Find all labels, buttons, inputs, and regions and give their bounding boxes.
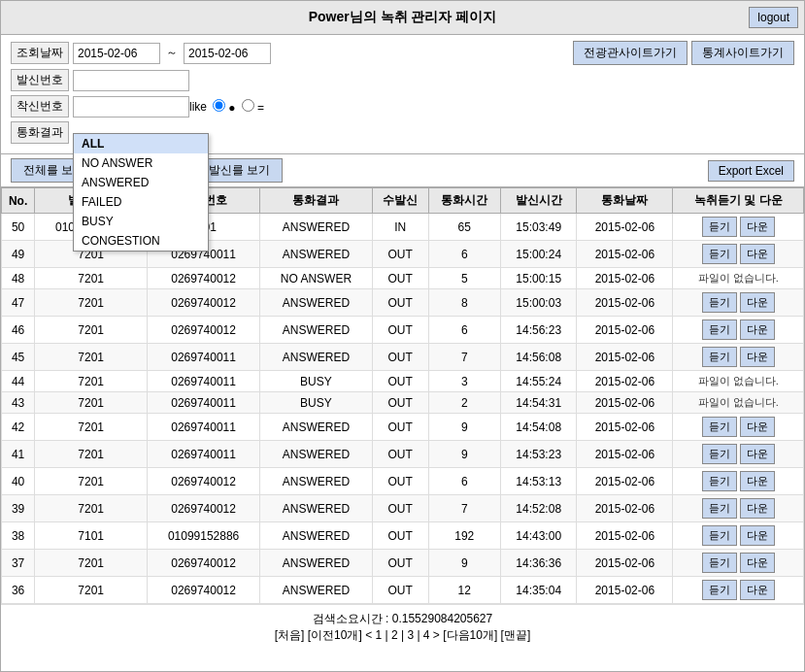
table-cell: 2015-02-06 bbox=[577, 495, 673, 522]
table-cell: 46 bbox=[2, 317, 35, 344]
table-cell: 7201 bbox=[35, 441, 148, 468]
listen-button[interactable]: 듣기 bbox=[702, 580, 737, 600]
table-cell: 7201 bbox=[35, 414, 148, 441]
down-button[interactable]: 다운 bbox=[740, 471, 775, 491]
table-row: 4572010269740011ANSWEREDOUT714:56:082015… bbox=[2, 344, 804, 371]
down-button[interactable]: 다운 bbox=[740, 525, 775, 546]
header: Power님의 녹취 관리자 페이지 logout bbox=[1, 1, 804, 35]
listen-button[interactable]: 듣기 bbox=[702, 525, 737, 546]
table-cell: 0269740011 bbox=[148, 344, 260, 371]
nav-btn-broadcast[interactable]: 전광관사이트가기 bbox=[573, 41, 688, 65]
table-cell: 14:53:23 bbox=[501, 441, 577, 468]
btn-export[interactable]: Export Excel bbox=[708, 160, 794, 182]
down-button[interactable]: 다운 bbox=[740, 580, 775, 600]
nav-btn-stats[interactable]: 통계사이트가기 bbox=[691, 41, 794, 65]
down-button[interactable]: 다운 bbox=[740, 498, 775, 519]
table-cell: 14:52:08 bbox=[501, 495, 577, 522]
dropdown-option-busy[interactable]: BUSY bbox=[74, 212, 208, 231]
table-row: 4872010269740012NO ANSWEROUT515:00:15201… bbox=[2, 268, 804, 289]
pagination[interactable]: [처음] [이전10개] < 1 | 2 | 3 | 4 > [다음10개] [… bbox=[7, 627, 798, 644]
table-cell: 7 bbox=[428, 495, 501, 522]
table-cell-actions: 듣기 다운 bbox=[673, 468, 804, 495]
down-button[interactable]: 다운 bbox=[740, 553, 775, 573]
dropdown-option-all[interactable]: ALL bbox=[74, 134, 208, 153]
dropdown-option-congestion[interactable]: CONGESTION bbox=[74, 231, 208, 251]
table-cell: 0269740012 bbox=[148, 550, 260, 577]
radio-like[interactable] bbox=[213, 99, 225, 112]
table-cell: 36 bbox=[2, 577, 35, 604]
footer: 검색소요시간 : 0.15529084205627 [처음] [이전10개] <… bbox=[1, 604, 804, 650]
listen-button[interactable]: 듣기 bbox=[702, 444, 737, 464]
table-cell: 6 bbox=[428, 241, 501, 268]
listen-button[interactable]: 듣기 bbox=[702, 292, 737, 313]
table-cell: 9 bbox=[428, 441, 501, 468]
dropdown-option-failed[interactable]: FAILED bbox=[74, 192, 208, 212]
table-cell-actions: 듣기 다운 bbox=[673, 241, 804, 268]
table-cell: 7201 bbox=[35, 495, 148, 522]
listen-button[interactable]: 듣기 bbox=[702, 244, 737, 264]
result-row: 통화결과 ALL NO ANSWER ANSWERED FAILED BUSY … bbox=[11, 121, 794, 144]
down-button[interactable]: 다운 bbox=[740, 417, 775, 437]
table-cell: 2015-02-06 bbox=[577, 371, 673, 392]
table-cell: 14:53:13 bbox=[501, 468, 577, 495]
table-cell: 7201 bbox=[35, 392, 148, 414]
table-cell: 0269740011 bbox=[148, 441, 260, 468]
down-button[interactable]: 다운 bbox=[740, 217, 775, 237]
table-cell: 7201 bbox=[35, 289, 148, 317]
listen-button[interactable]: 듣기 bbox=[702, 319, 737, 340]
tilde: ～ bbox=[166, 45, 178, 61]
logout-button[interactable]: logout bbox=[749, 7, 798, 28]
caller-label: 발신번호 bbox=[11, 69, 69, 91]
listen-button[interactable]: 듣기 bbox=[702, 417, 737, 437]
col-actions: 녹취듣기 및 다운 bbox=[673, 188, 804, 214]
caller-input[interactable] bbox=[73, 70, 189, 91]
listen-button[interactable]: 듣기 bbox=[702, 347, 737, 367]
table-cell-actions: 듣기 다운 bbox=[673, 495, 804, 522]
down-button[interactable]: 다운 bbox=[740, 319, 775, 340]
table-cell-actions: 듣기 다운 bbox=[673, 289, 804, 317]
receiver-input[interactable] bbox=[73, 96, 189, 118]
table-cell-actions: 듣기 다운 bbox=[673, 317, 804, 344]
table-cell: 2 bbox=[428, 392, 501, 414]
listen-button[interactable]: 듣기 bbox=[702, 471, 737, 491]
table-cell: 14:55:24 bbox=[501, 371, 577, 392]
table-cell: 15:00:03 bbox=[501, 289, 577, 317]
table-cell: 7 bbox=[428, 344, 501, 371]
table-cell: 44 bbox=[2, 371, 35, 392]
like-text: like bbox=[189, 100, 207, 114]
table-cell: ANSWERED bbox=[260, 344, 373, 371]
down-button[interactable]: 다운 bbox=[740, 444, 775, 464]
table-cell-actions: 듣기 다운 bbox=[673, 344, 804, 371]
date-to-input[interactable] bbox=[184, 43, 271, 64]
table-cell-actions: 듣기 다운 bbox=[673, 550, 804, 577]
dropdown-option-no-answer[interactable]: NO ANSWER bbox=[74, 153, 208, 173]
date-from-input[interactable] bbox=[73, 43, 160, 64]
radio-like-label[interactable]: ● bbox=[213, 99, 236, 115]
down-button[interactable]: 다운 bbox=[740, 292, 775, 313]
table-cell: ANSWERED bbox=[260, 522, 373, 550]
table-cell: OUT bbox=[372, 468, 428, 495]
result-dropdown-open[interactable]: ALL NO ANSWER ANSWERED FAILED BUSY CONGE… bbox=[73, 133, 209, 252]
radio-eq[interactable] bbox=[242, 99, 254, 112]
table-cell: 47 bbox=[2, 289, 35, 317]
col-time: 발신시간 bbox=[501, 188, 577, 214]
table-cell: 0269740012 bbox=[148, 577, 260, 604]
table-cell: 6 bbox=[428, 317, 501, 344]
listen-button[interactable]: 듣기 bbox=[702, 217, 737, 237]
table-cell-actions: 듣기 다운 bbox=[673, 522, 804, 550]
listen-button[interactable]: 듣기 bbox=[702, 553, 737, 573]
table-cell: OUT bbox=[372, 392, 428, 414]
table-cell: NO ANSWER bbox=[260, 268, 373, 289]
table-cell: OUT bbox=[372, 268, 428, 289]
down-button[interactable]: 다운 bbox=[740, 244, 775, 264]
table-cell: ANSWERED bbox=[260, 241, 373, 268]
table-cell: 0269740011 bbox=[148, 414, 260, 441]
btn-send[interactable]: 발신를 보기 bbox=[196, 158, 283, 183]
dropdown-option-answered[interactable]: ANSWERED bbox=[74, 173, 208, 192]
radio-eq-label[interactable]: = bbox=[242, 99, 264, 115]
table-cell: 40 bbox=[2, 468, 35, 495]
listen-button[interactable]: 듣기 bbox=[702, 498, 737, 519]
table-cell: 0269740011 bbox=[148, 371, 260, 392]
down-button[interactable]: 다운 bbox=[740, 347, 775, 367]
table-cell: OUT bbox=[372, 344, 428, 371]
